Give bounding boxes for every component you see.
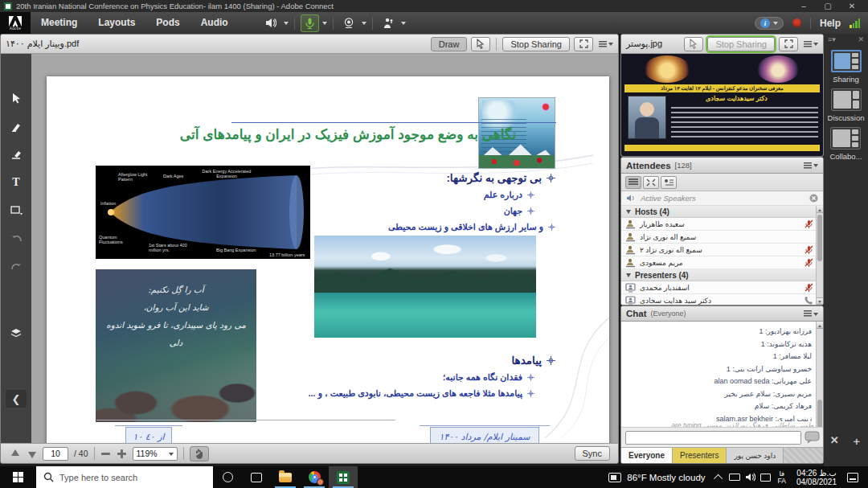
pod-options-menu[interactable] xyxy=(804,161,818,170)
language-indicator[interactable]: فا FA xyxy=(773,470,791,485)
chat-scrollbar[interactable] xyxy=(816,322,823,441)
layout-sharing[interactable]: Sharing xyxy=(831,50,862,84)
search-icon xyxy=(43,472,54,482)
attendee-row[interactable]: مریم مسعودی xyxy=(621,256,817,269)
status-view-icon xyxy=(664,178,674,187)
select-tool-button[interactable] xyxy=(6,89,26,107)
touch-keyboard-button[interactable] xyxy=(727,466,743,488)
attendee-status-view-button[interactable] xyxy=(661,176,677,189)
menu-meeting[interactable]: Meeting xyxy=(31,12,88,34)
attendees-count: [128] xyxy=(675,161,692,170)
menu-audio[interactable]: Audio xyxy=(190,12,239,34)
volume-button[interactable] xyxy=(743,466,758,488)
next-page-button[interactable] xyxy=(26,449,37,459)
zoom-out-button[interactable] xyxy=(100,449,111,459)
raise-hand-dropdown[interactable] xyxy=(401,22,406,27)
cortana-button[interactable] xyxy=(213,466,242,488)
send-message-button[interactable] xyxy=(805,431,821,444)
pointer-tool-button[interactable] xyxy=(471,37,490,51)
speaker-dropdown[interactable] xyxy=(284,22,289,27)
fullscreen-button[interactable] xyxy=(779,37,798,51)
marker-tool-button[interactable] xyxy=(6,117,26,135)
image-label: Dark Ages xyxy=(163,174,183,178)
pointer-tool-button[interactable] xyxy=(684,37,703,51)
search-input[interactable] xyxy=(59,473,188,482)
page-number-input[interactable] xyxy=(43,447,68,461)
layouts-close-icon[interactable]: ✕ xyxy=(858,35,864,43)
text-tool-button[interactable]: T xyxy=(6,174,26,191)
chat-tab-everyone[interactable]: Everyone xyxy=(621,448,673,463)
outcomes-block: پیامدها فقدان نگاه همه جانبه؛ پیامدها مث… xyxy=(258,354,555,399)
display-button[interactable] xyxy=(758,466,773,488)
menu-layouts[interactable]: Layouts xyxy=(88,12,145,34)
redo-button[interactable] xyxy=(6,258,26,276)
attendee-row[interactable]: اسفندیار محمدی xyxy=(621,281,817,294)
taskbar-clock[interactable]: 04:26 ب.ظ 04/08/2021 xyxy=(791,469,842,486)
taskbar-search[interactable] xyxy=(36,466,213,488)
layers-button[interactable] xyxy=(6,324,26,342)
zoom-level-select[interactable]: 119% xyxy=(133,447,178,461)
draw-button[interactable]: Draw xyxy=(431,37,468,51)
shape-tool-button[interactable] xyxy=(6,202,26,219)
layout-collaboration[interactable]: Collabo... xyxy=(829,127,862,161)
chat-tab-private[interactable]: داود حسن پور xyxy=(727,448,784,463)
microphone-button[interactable] xyxy=(301,14,319,32)
add-layout-icon[interactable]: ＋ xyxy=(851,434,862,449)
adobe-connect-taskbar-button[interactable] xyxy=(329,466,358,488)
raise-hand-button[interactable] xyxy=(379,15,398,31)
webcam-dropdown[interactable] xyxy=(362,22,366,27)
adobe-logo-label: Adobe xyxy=(10,27,22,31)
share-content: T ❮ xyxy=(1,54,618,445)
connection-info-button[interactable]: i xyxy=(755,17,784,30)
layouts-menu-icon[interactable]: ≡▾ xyxy=(828,35,836,43)
av-controls xyxy=(261,14,406,32)
collapse-toolbar-button[interactable]: ❮ xyxy=(6,390,27,408)
help-menu[interactable]: Help xyxy=(820,18,841,29)
chat-message-input[interactable] xyxy=(625,431,801,445)
microphone-dropdown[interactable] xyxy=(322,22,327,27)
connection-signal-icon[interactable] xyxy=(850,18,860,28)
undo-button[interactable] xyxy=(6,230,26,248)
zoom-in-button[interactable] xyxy=(117,449,127,459)
close-active-speakers-icon[interactable] xyxy=(809,194,818,203)
speaker-button[interactable] xyxy=(261,15,280,31)
group-presenters[interactable]: Presenters (4) xyxy=(621,269,817,281)
pod-options-menu[interactable] xyxy=(804,310,818,318)
attendees-scrollbar[interactable] xyxy=(816,206,823,305)
chrome-button[interactable] xyxy=(300,466,329,488)
fullscreen-button[interactable] xyxy=(574,37,593,51)
menu-pods[interactable]: Pods xyxy=(145,12,190,34)
attendee-row[interactable]: سعیده طاهریار xyxy=(621,218,817,231)
task-view-button[interactable] xyxy=(242,466,271,488)
attendee-breakout-view-button[interactable] xyxy=(643,176,659,189)
previous-page-button[interactable] xyxy=(9,449,20,459)
image-label: Quantum Fluctuations xyxy=(99,235,131,244)
minimize-button[interactable]: – xyxy=(792,0,816,12)
attendee-row[interactable]: سمیع اله نوری نژاد ۲ xyxy=(621,244,817,256)
chat-tab-presenters[interactable]: Presenters xyxy=(673,448,727,463)
attendee-list-view-button[interactable] xyxy=(625,176,641,189)
file-explorer-button[interactable] xyxy=(271,466,300,488)
close-layout-icon[interactable]: ✕ xyxy=(830,434,839,449)
pan-tool-button[interactable] xyxy=(190,446,209,461)
close-button[interactable]: ✕ xyxy=(840,0,864,12)
stop-sharing-button-poster[interactable]: Stop Sharing xyxy=(707,37,775,51)
group-hosts[interactable]: Hosts (4) xyxy=(621,206,817,218)
webcam-button[interactable] xyxy=(339,15,358,31)
sync-button[interactable]: Sync xyxy=(575,446,610,461)
layout-discussion[interactable]: Discussion xyxy=(828,88,865,122)
maximize-button[interactable]: ▢ xyxy=(816,0,840,12)
action-center-button[interactable] xyxy=(847,473,858,482)
weather-widget[interactable]: 86°F Mostly cloudy xyxy=(602,473,711,482)
attendee-row[interactable]: سمیع اله نوری نژاد xyxy=(621,231,817,244)
pod-options-menu[interactable] xyxy=(804,39,818,48)
compass-bullet-icon xyxy=(527,207,534,215)
start-button[interactable] xyxy=(0,466,36,488)
attendee-row[interactable]: دکتر سید هدایت سجادی xyxy=(621,294,817,306)
tray-overflow-button[interactable] xyxy=(712,466,727,488)
compass-bullet-icon xyxy=(547,174,555,182)
eraser-tool-button[interactable] xyxy=(6,146,26,163)
pod-options-menu[interactable] xyxy=(599,39,613,48)
layout-thumbnail xyxy=(831,50,862,72)
stop-sharing-button[interactable]: Stop Sharing xyxy=(502,37,570,51)
